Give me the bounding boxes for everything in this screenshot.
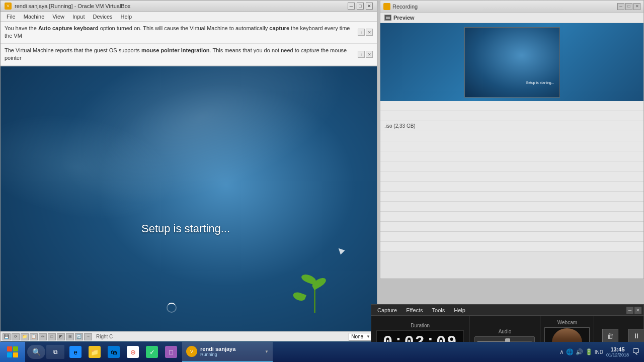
status-icon-2[interactable]: ⟳ bbox=[12, 333, 20, 340]
pinned-app-box[interactable]: □ bbox=[162, 343, 180, 361]
rec-minimize-btn[interactable]: ─ bbox=[626, 307, 633, 314]
rp-row-5 bbox=[380, 141, 643, 151]
taskbar-item-arrow: ▼ bbox=[265, 349, 269, 354]
vbox-title: rendi sanjaya [Running] - Oracle VM Virt… bbox=[15, 3, 130, 9]
rec-titlebar-btns: ─ ✕ bbox=[626, 307, 641, 314]
virtualbox-window: V rendi sanjaya [Running] - Oracle VM Vi… bbox=[0, 0, 377, 342]
pinned-app-chrome[interactable]: ⊕ bbox=[124, 343, 142, 361]
files-icon: 📁 bbox=[89, 346, 101, 358]
taskbar: 🔍 ⧉ e 📁 🛍 ⊕ ✓ □ V rendi sanjaya Running … bbox=[0, 342, 644, 362]
vbox-notif-info-btn[interactable]: i bbox=[358, 29, 365, 36]
vbox-notif-text-2: The Virtual Machine reports that the gue… bbox=[5, 47, 354, 62]
chrome-icon: ⊕ bbox=[127, 346, 139, 358]
right-panel-icon bbox=[383, 3, 390, 10]
vbox-notif-close-btn-2[interactable]: ✕ bbox=[366, 51, 373, 58]
status-icon-7[interactable]: ◩ bbox=[57, 333, 65, 340]
taskbar-clock[interactable]: 13:45 01/12/2018 bbox=[606, 346, 629, 357]
vbox-minimize-btn[interactable]: ─ bbox=[348, 3, 355, 10]
vbox-statusbar: 💾 ⟳ 📁 📋 ✏ □ ◩ ⊞ 🔄 → Right C None ▼ bbox=[1, 331, 377, 341]
taskbar-vbox-icon: V bbox=[186, 346, 197, 357]
clock-time: 13:45 bbox=[606, 346, 629, 352]
right-panel-window-controls[interactable]: ─ □ ✕ bbox=[617, 3, 640, 10]
rec-menu-capture[interactable]: Capture bbox=[373, 305, 401, 316]
vbox-titlebar-controls[interactable]: ─ □ ✕ bbox=[348, 3, 373, 10]
windows-logo-icon bbox=[7, 346, 18, 357]
vbox-notif-info-btn-2[interactable]: i bbox=[358, 51, 365, 58]
pinned-app-store[interactable]: 🛍 bbox=[105, 343, 123, 361]
vbox-notif-btns-1: i ✕ bbox=[358, 29, 373, 36]
loading-spinner bbox=[167, 303, 177, 313]
vbox-maximize-btn[interactable]: □ bbox=[357, 3, 364, 10]
taskbar-right-area: ∧ 🌐 🔊 🔋 IND 13:45 01/12/2018 🗨 bbox=[555, 345, 644, 359]
plant-leaf-2 bbox=[292, 291, 306, 302]
pause-icon[interactable]: ⏸ bbox=[628, 329, 644, 343]
status-icon-3[interactable]: 📁 bbox=[21, 333, 29, 340]
status-icon-6[interactable]: □ bbox=[48, 333, 56, 340]
status-icon-8[interactable]: ⊞ bbox=[66, 333, 74, 340]
setup-text: Setup is starting... bbox=[141, 222, 230, 235]
vbox-menu-help[interactable]: Help bbox=[117, 12, 136, 22]
rec-menubar: Capture Effects Tools Help ─ ✕ bbox=[371, 305, 643, 316]
vbox-menu-devices[interactable]: Devices bbox=[89, 12, 116, 22]
vbox-titlebar-left: V rendi sanjaya [Running] - Oracle VM Vi… bbox=[5, 3, 130, 10]
taskbar-search-button[interactable]: 🔍 bbox=[27, 345, 45, 359]
rp-row-13 bbox=[380, 222, 643, 232]
right-panel: Recording ─ □ ✕ Preview Setup is startin… bbox=[380, 0, 644, 279]
taskbar-system-tray: ∧ 🌐 🔊 🔋 IND bbox=[559, 348, 603, 355]
vbox-menu-input[interactable]: Input bbox=[68, 12, 89, 22]
pinned-app-task[interactable]: ✓ bbox=[143, 343, 161, 361]
win-logo-red bbox=[7, 346, 12, 351]
rp-file-list: .iso (2,33 GB) bbox=[380, 101, 643, 252]
rp-preview-label: Preview bbox=[393, 15, 415, 21]
status-icon-9[interactable]: 🔄 bbox=[75, 333, 83, 340]
rp-minimize[interactable]: ─ bbox=[617, 3, 624, 10]
rp-preview-header: Preview bbox=[380, 13, 643, 23]
vm-screen[interactable]: Setup is starting... bbox=[1, 66, 377, 362]
win-logo-blue bbox=[7, 352, 12, 357]
vbox-close-btn[interactable]: ✕ bbox=[366, 3, 373, 10]
rp-row-1 bbox=[380, 101, 643, 111]
rec-close-btn[interactable]: ✕ bbox=[634, 307, 641, 314]
tray-network-icon[interactable]: 🌐 bbox=[566, 348, 574, 355]
vm-mouse-cursor bbox=[337, 246, 345, 254]
right-panel-title-text: Recording bbox=[392, 4, 418, 10]
vbox-menu-machine[interactable]: Machine bbox=[20, 12, 49, 22]
vbox-menu-view[interactable]: View bbox=[48, 12, 68, 22]
taskbar-start-button[interactable] bbox=[0, 342, 25, 362]
rp-close[interactable]: ✕ bbox=[633, 3, 640, 10]
status-icon-5[interactable]: ✏ bbox=[39, 333, 47, 340]
status-icon-1[interactable]: 💾 bbox=[3, 333, 11, 340]
vbox-notif-close-btn[interactable]: ✕ bbox=[366, 29, 373, 36]
rec-menu-tools[interactable]: Tools bbox=[428, 305, 449, 316]
rp-maximize[interactable]: □ bbox=[625, 3, 632, 10]
vbox-menubar: File Machine View Input Devices Help bbox=[1, 12, 377, 22]
rp-row-6 bbox=[380, 151, 643, 161]
pinned-app-files[interactable]: 📁 bbox=[86, 343, 104, 361]
status-icon-4[interactable]: 📋 bbox=[30, 333, 38, 340]
rp-row-14 bbox=[380, 232, 643, 242]
taskbar-task-view-button[interactable]: ⧉ bbox=[46, 345, 64, 359]
vbox-status-dropdown[interactable]: None ▼ bbox=[349, 333, 373, 341]
rp-preview-setup-text: Setup is starting... bbox=[526, 81, 554, 84]
rec-menu-effects[interactable]: Effects bbox=[402, 305, 427, 316]
tray-lang-label: IND bbox=[595, 349, 603, 355]
pinned-app-ie[interactable]: e bbox=[66, 343, 85, 361]
status-icon-10[interactable]: → bbox=[84, 333, 92, 340]
rec-webcam-label: Webcam bbox=[557, 320, 577, 325]
store-icon: 🛍 bbox=[108, 346, 120, 358]
vbox-notification-2: The Virtual Machine reports that the gue… bbox=[1, 44, 377, 66]
rp-row-9 bbox=[380, 182, 643, 192]
tray-expand-icon[interactable]: ∧ bbox=[559, 348, 564, 355]
taskbar-vbox-item[interactable]: V rendi sanjaya Running ▼ bbox=[182, 342, 273, 362]
win-logo-green bbox=[13, 346, 18, 351]
vbox-status-dropdown-value: None bbox=[351, 334, 363, 339]
vbox-menu-file[interactable]: File bbox=[3, 12, 20, 22]
rp-row-15 bbox=[380, 242, 643, 252]
tray-battery-icon[interactable]: 🔋 bbox=[585, 348, 593, 355]
delete-icon[interactable]: 🗑 bbox=[602, 329, 618, 343]
rec-menu-help[interactable]: Help bbox=[450, 305, 469, 316]
vbox-status-icons: 💾 ⟳ 📁 📋 ✏ □ ◩ ⊞ 🔄 → bbox=[3, 333, 92, 340]
taskbar-notification-btn[interactable]: 🗨 bbox=[632, 345, 640, 359]
tray-volume-icon[interactable]: 🔊 bbox=[576, 348, 583, 355]
rp-row-7 bbox=[380, 161, 643, 171]
